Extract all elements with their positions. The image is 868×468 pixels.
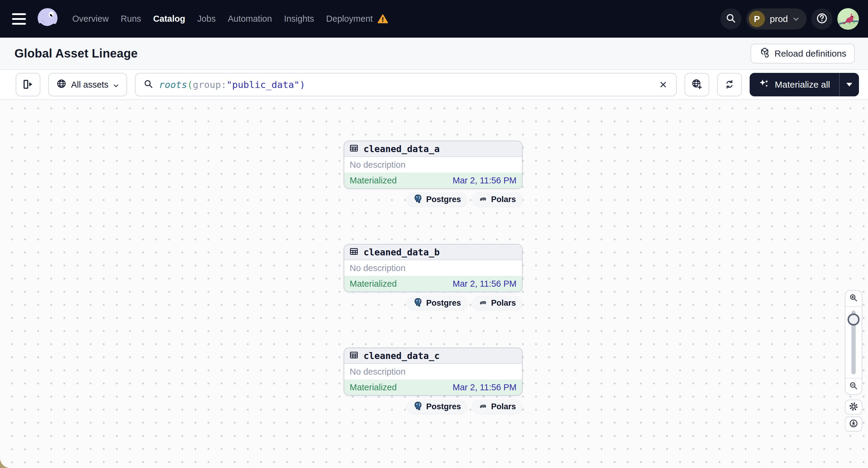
tag-postgres[interactable]: Postgres — [407, 192, 468, 207]
polars-icon — [479, 298, 487, 308]
asset-node-cleaned-data-c[interactable]: cleaned_data_c No description Materializ… — [344, 347, 523, 396]
asset-scope-label: All assets — [71, 80, 108, 90]
refresh-icon — [724, 79, 735, 91]
nav-link-deployment[interactable]: Deployment — [326, 14, 373, 24]
materialize-options-button[interactable] — [840, 73, 859, 96]
postgres-icon — [413, 298, 423, 309]
asset-status-row: Materialized Mar 2, 11:56 PM — [344, 379, 522, 395]
nav-link-jobs[interactable]: Jobs — [197, 14, 216, 24]
status-badge: Materialized — [350, 279, 397, 289]
asset-description: No description — [344, 364, 522, 379]
asset-node-cleaned-data-b[interactable]: cleaned_data_b No description Materializ… — [344, 244, 523, 292]
panel-expand-icon — [22, 78, 34, 91]
tag-polars[interactable]: Polars — [472, 296, 523, 310]
download-image-button[interactable] — [845, 416, 862, 432]
asset-description: No description — [344, 260, 522, 276]
dagster-logo-icon[interactable] — [35, 7, 60, 31]
tag-label: Postgres — [426, 195, 461, 204]
asset-node-header[interactable]: cleaned_data_a — [344, 141, 522, 157]
asset-selection-input[interactable]: roots(group:"public_data") — [135, 73, 677, 96]
help-button[interactable] — [811, 8, 833, 30]
table-icon — [349, 247, 359, 257]
chevron-down-icon — [113, 81, 119, 88]
asset-tags-row: Postgres Polars — [345, 192, 523, 207]
zoom-in-button[interactable] — [845, 291, 862, 306]
canvas-rounded-corner — [0, 441, 27, 468]
asset-name: cleaned_data_c — [364, 350, 440, 361]
caret-down-icon — [846, 83, 852, 87]
materialization-timestamp-link[interactable]: Mar 2, 11:56 PM — [453, 176, 517, 186]
tag-label: Polars — [491, 195, 516, 204]
tag-postgres[interactable]: Postgres — [407, 296, 468, 310]
expand-left-panel-button[interactable] — [16, 73, 40, 96]
asset-node-header[interactable]: cleaned_data_c — [344, 348, 522, 364]
nav-link-runs[interactable]: Runs — [121, 14, 141, 24]
gear-icon — [848, 401, 859, 413]
table-icon — [349, 143, 359, 154]
materialization-timestamp-link[interactable]: Mar 2, 11:56 PM — [453, 279, 517, 289]
globe-icon — [56, 78, 67, 91]
reload-cube-icon — [759, 47, 770, 60]
asset-description: No description — [344, 157, 522, 173]
tag-polars[interactable]: Polars — [472, 192, 523, 207]
view-graph-button[interactable] — [685, 73, 709, 96]
asset-name: cleaned_data_b — [364, 247, 440, 257]
top-nav: Overview Runs Catalog Jobs Automation In… — [0, 0, 868, 38]
tag-label: Postgres — [426, 402, 461, 411]
tag-label: Postgres — [426, 299, 461, 308]
nav-link-insights[interactable]: Insights — [284, 14, 314, 24]
user-avatar[interactable] — [837, 8, 859, 30]
status-badge: Materialized — [350, 382, 397, 393]
environment-name: prod — [770, 14, 788, 24]
page-header: Global Asset Lineage Reload definitions — [0, 38, 868, 70]
zoom-out-button[interactable] — [845, 379, 862, 394]
clear-search-icon[interactable] — [658, 80, 668, 90]
search-icon — [143, 79, 154, 90]
asset-status-row: Materialized Mar 2, 11:56 PM — [344, 173, 522, 188]
graph-settings-button[interactable] — [845, 400, 862, 415]
refresh-button[interactable] — [717, 73, 742, 96]
materialization-timestamp-link[interactable]: Mar 2, 11:56 PM — [453, 382, 517, 393]
zoom-slider-handle[interactable] — [847, 313, 860, 325]
asset-tags-row: Postgres Polars — [345, 399, 523, 414]
nav-link-catalog[interactable]: Catalog — [153, 14, 185, 24]
zoom-controls — [845, 290, 862, 395]
materialize-all-label: Materialize all — [775, 80, 830, 90]
search-icon — [725, 13, 737, 25]
search-button[interactable] — [720, 8, 742, 30]
tag-label: Polars — [491, 299, 516, 308]
materialize-all-button[interactable]: Materialize all — [750, 73, 839, 96]
nav-right-cluster: P prod — [720, 8, 859, 30]
zoom-out-icon — [849, 381, 858, 392]
lineage-canvas[interactable]: cleaned_data_a No description Materializ… — [0, 100, 868, 468]
materialize-split-button: Materialize all — [750, 73, 859, 96]
download-icon — [848, 418, 859, 430]
tag-polars[interactable]: Polars — [472, 399, 523, 414]
postgres-icon — [413, 194, 423, 205]
tag-postgres[interactable]: Postgres — [407, 399, 468, 414]
reload-definitions-button[interactable]: Reload definitions — [750, 44, 855, 64]
asset-scope-dropdown[interactable]: All assets — [48, 73, 127, 96]
zoom-slider[interactable] — [845, 307, 862, 378]
environment-initial-badge: P — [749, 11, 765, 27]
nav-link-overview[interactable]: Overview — [72, 14, 109, 24]
asset-node-cleaned-data-a[interactable]: cleaned_data_a No description Materializ… — [344, 141, 523, 189]
polars-icon — [479, 401, 487, 412]
asset-name: cleaned_data_a — [364, 144, 440, 154]
globe-plus-icon — [691, 78, 703, 91]
lineage-toolbar: All assets roots(group:"public_data") — [0, 70, 868, 100]
chevron-down-icon — [793, 15, 799, 22]
sparkles-icon — [759, 78, 770, 91]
reload-definitions-label: Reload definitions — [775, 49, 847, 59]
environment-switcher[interactable]: P prod — [746, 8, 807, 30]
zoom-in-icon — [849, 293, 858, 304]
polars-icon — [479, 194, 487, 205]
nav-link-automation[interactable]: Automation — [228, 14, 272, 24]
tag-label: Polars — [491, 402, 516, 411]
warning-triangle-icon[interactable] — [378, 14, 388, 24]
asset-selection-query: roots(group:"public_data") — [159, 79, 305, 90]
help-icon — [815, 12, 828, 26]
asset-node-header[interactable]: cleaned_data_b — [344, 245, 522, 260]
asset-tags-row: Postgres Polars — [345, 296, 523, 310]
menu-icon[interactable] — [12, 10, 30, 28]
